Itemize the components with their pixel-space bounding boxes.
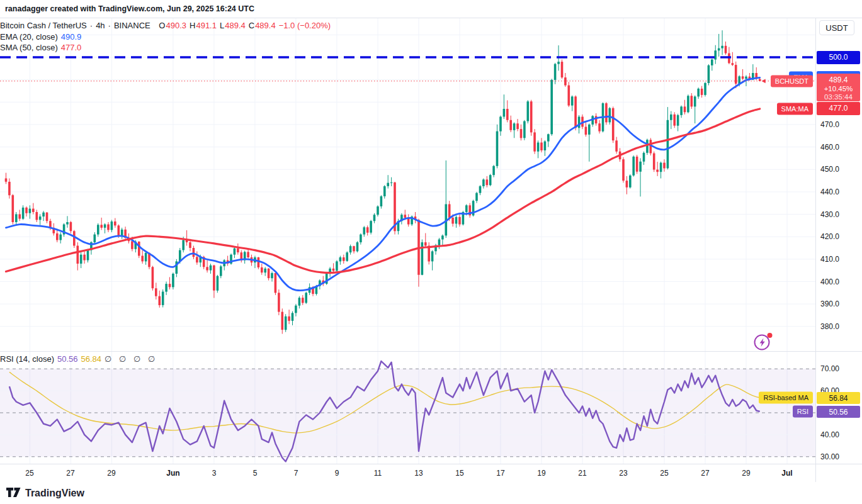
- time-tick: 13: [414, 469, 422, 478]
- time-scale-area[interactable]: [0, 464, 815, 482]
- sma-tag: SMA:MA: [777, 103, 813, 115]
- price-tick: 390.0: [820, 300, 839, 308]
- rsi-ma-value-label: 56.84: [817, 392, 860, 404]
- rsi-tick: 30.00: [820, 452, 839, 461]
- price-tick: 380.0: [820, 322, 839, 331]
- sma-price-label: 477.0: [817, 102, 860, 115]
- price-tick: 470.0: [820, 120, 839, 129]
- price-tick: 460.0: [820, 143, 839, 152]
- rsi-tick: 70.00: [820, 364, 839, 373]
- tradingview-logo-icon[interactable]: [6, 488, 21, 498]
- time-tick: 5: [253, 469, 258, 478]
- level-500-label: 500.0: [817, 51, 860, 64]
- price-tick: 440.0: [820, 188, 839, 196]
- tradingview-logo-text[interactable]: TradingView: [25, 488, 84, 499]
- ema-legend[interactable]: EMA (20, close) 490.9: [0, 32, 81, 42]
- price-tick: 410.0: [820, 255, 839, 264]
- time-tick: 7: [294, 469, 298, 478]
- symbol-name: Bitcoin Cash / TetherUS: [0, 21, 87, 30]
- exchange: BINANCE: [114, 21, 150, 30]
- time-tick: 27: [701, 469, 709, 478]
- pane-divider[interactable]: [0, 351, 862, 352]
- symbol-price-tag: BCHUSDT: [771, 76, 813, 87]
- low-value: 489.4: [225, 21, 246, 30]
- rsi-ma-value: 56.84: [81, 354, 102, 364]
- lightning-bolt-icon: [760, 339, 765, 347]
- time-tick: 21: [578, 469, 586, 478]
- close-value: 489.4: [255, 21, 276, 30]
- empty-inputs: ∅ ∅ ∅ ∅: [105, 354, 157, 364]
- time-tick: 25: [660, 469, 668, 478]
- interval: 4h: [96, 21, 105, 30]
- rsi-value: 50.56: [57, 354, 78, 364]
- rsi-ma-tag: RSI-based MA: [759, 392, 813, 404]
- time-tick: 15: [455, 469, 463, 478]
- last-price-label: 489.4+10.45%03:35:44: [817, 74, 860, 101]
- ema-value: 490.9: [61, 32, 82, 42]
- footer-bar: TradingView: [0, 482, 862, 504]
- time-tick: 29: [107, 469, 115, 478]
- sma-value: 477.0: [61, 43, 82, 52]
- currency-button[interactable]: USDT: [819, 20, 854, 35]
- lightning-ideas-icon[interactable]: [752, 332, 775, 352]
- tradingview-chart-screenshot: ranadagger created with TradingView.com,…: [0, 0, 862, 504]
- time-tick: Jun: [166, 469, 179, 478]
- time-tick: 11: [374, 469, 382, 478]
- chart-canvas[interactable]: [0, 0, 862, 504]
- time-tick: 25: [25, 469, 33, 478]
- symbol-legend[interactable]: Bitcoin Cash / TetherUS · 4h · BINANCE O…: [0, 21, 331, 30]
- rsi-tag: RSI: [793, 406, 813, 418]
- time-tick: 27: [66, 469, 74, 478]
- rsi-tick: 40.00: [820, 430, 839, 439]
- time-tick: 23: [619, 469, 627, 478]
- price-tick: 430.0: [820, 210, 839, 219]
- open-value: 490.3: [166, 21, 186, 30]
- time-tick: 29: [742, 469, 750, 478]
- rsi-legend[interactable]: RSI (14, close) 50.56 56.84 ∅ ∅ ∅ ∅: [0, 354, 157, 364]
- time-tick: 9: [335, 469, 339, 478]
- high-value: 491.1: [196, 21, 217, 30]
- header-divider: [0, 18, 862, 18]
- time-tick: 3: [212, 469, 217, 478]
- sma-legend[interactable]: SMA (50, close) 477.0: [0, 43, 81, 52]
- notification-dot: [768, 333, 773, 338]
- time-tick: Jul: [781, 469, 792, 478]
- change-value: −1.0 (−0.20%): [279, 21, 331, 30]
- price-tick: 420.0: [820, 232, 839, 241]
- time-tick: 17: [496, 469, 504, 478]
- rsi-value-label: 50.56: [817, 406, 860, 418]
- time-tick: 19: [537, 469, 545, 478]
- price-tick: 450.0: [820, 165, 839, 174]
- price-tick: 400.0: [820, 277, 839, 286]
